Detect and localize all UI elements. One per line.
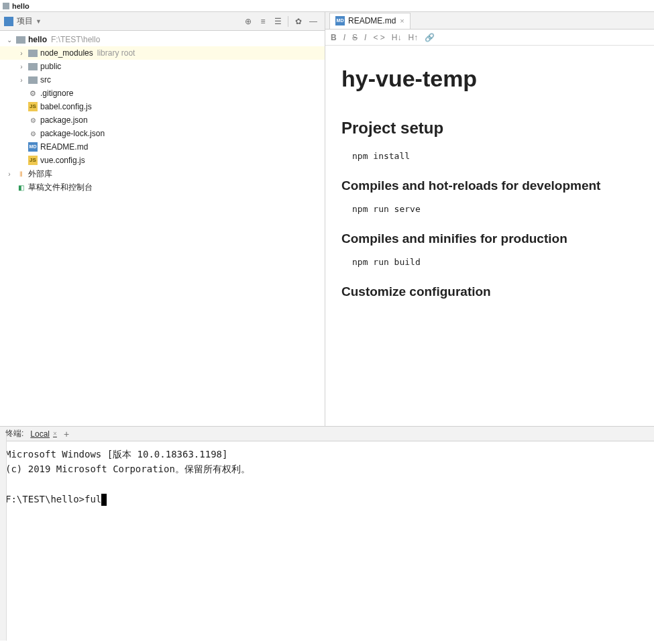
tree-item-readme[interactable]: · MD README.md: [0, 140, 325, 154]
preview-h3: Customize configuration: [341, 284, 638, 299]
heading-up-button[interactable]: H↑: [408, 33, 418, 42]
project-tab-icon: [3, 3, 9, 9]
js-file-icon: JS: [28, 156, 38, 165]
config-file-icon: ⚙: [28, 89, 38, 98]
folder-icon: [28, 50, 38, 57]
chevron-down-icon[interactable]: ▼: [36, 18, 42, 25]
terminal-header: 终端: Local × +: [0, 427, 654, 441]
preview-code: npm install: [341, 151, 638, 161]
main-split: 项目 ▼ ⊕ ≡ ☰ ✿ — ⌄ hello F:\TEST\hello › n…: [0, 12, 654, 427]
minimize-icon[interactable]: —: [307, 15, 319, 28]
scratch-icon: ◧: [15, 182, 26, 192]
folder-icon: [16, 36, 25, 44]
italic2-button[interactable]: I: [364, 33, 366, 42]
md-file-icon: MD: [28, 142, 38, 152]
editor-pane: MD README.md × B I S I < > H↓ H↑ 🔗 hy-vu…: [325, 12, 654, 426]
expand-icon[interactable]: ›: [5, 170, 13, 178]
expand-icon[interactable]: ›: [17, 50, 25, 57]
md-file-icon: MD: [335, 16, 345, 25]
editor-tab-label: README.md: [348, 16, 396, 25]
json-file-icon: ⚙: [28, 129, 38, 138]
close-icon[interactable]: ×: [53, 430, 57, 437]
folder-icon: [28, 76, 38, 84]
terminal-tab-local[interactable]: Local ×: [30, 429, 57, 439]
editor-tabs: MD README.md ×: [325, 12, 654, 30]
tree-label: package.json: [40, 115, 88, 125]
bold-button[interactable]: B: [331, 33, 337, 42]
tree-label: 草稿文件和控制台: [28, 182, 93, 193]
project-root-row[interactable]: ⌄ hello F:\TEST\hello: [0, 33, 325, 46]
tree-label: 外部库: [28, 168, 52, 180]
terminal-line: (c) 2019 Microsoft Corporation。保留所有权利。: [5, 464, 250, 474]
project-root-path: F:\TEST\hello: [51, 35, 100, 44]
terminal-cursor: [101, 494, 107, 506]
markdown-preview[interactable]: hy-vue-temp Project setup npm install Co…: [325, 46, 654, 426]
project-header-title[interactable]: 项目: [17, 15, 33, 27]
terminal-title: 终端:: [5, 428, 23, 439]
divider: [288, 16, 288, 27]
strike-button[interactable]: S: [352, 33, 358, 42]
tree-label: src: [40, 75, 51, 85]
close-icon[interactable]: ×: [400, 17, 404, 25]
gear-icon[interactable]: ✿: [292, 15, 305, 28]
project-tree[interactable]: ⌄ hello F:\TEST\hello › node_modules lib…: [0, 31, 325, 426]
tree-label: node_modules: [40, 48, 93, 58]
preview-h1: hy-vue-temp: [341, 66, 638, 92]
markdown-toolbar: B I S I < > H↓ H↑ 🔗: [325, 30, 654, 46]
folder-icon: [4, 17, 13, 26]
tree-label: public: [40, 62, 61, 71]
tree-item-gitignore[interactable]: · ⚙ .gitignore: [0, 87, 325, 100]
js-file-icon: JS: [28, 102, 38, 111]
tree-scratches[interactable]: · ◧ 草稿文件和控制台: [0, 180, 325, 194]
add-terminal-button[interactable]: +: [64, 429, 69, 439]
tree-item-package-lock[interactable]: · ⚙ package-lock.json: [0, 127, 325, 140]
preview-code: npm run serve: [341, 204, 638, 214]
tree-extra: library root: [97, 48, 135, 58]
project-pane: 项目 ▼ ⊕ ≡ ☰ ✿ — ⌄ hello F:\TEST\hello › n…: [0, 12, 325, 426]
tree-item-src[interactable]: › src: [0, 73, 325, 87]
tree-label: .gitignore: [40, 89, 73, 98]
tree-label: README.md: [40, 142, 88, 152]
collapse-all-icon[interactable]: ☰: [272, 15, 284, 28]
tree-item-node-modules[interactable]: › node_modules library root: [0, 46, 325, 60]
heading-down-button[interactable]: H↓: [392, 33, 402, 42]
project-header: 项目 ▼ ⊕ ≡ ☰ ✿ —: [0, 12, 325, 31]
terminal-body[interactable]: Microsoft Windows [版本 10.0.18363.1198] (…: [0, 441, 654, 641]
preview-h2: Project setup: [341, 119, 638, 138]
tree-item-babel-config[interactable]: · JS babel.config.js: [0, 100, 325, 113]
code-button[interactable]: < >: [373, 33, 384, 42]
expand-icon[interactable]: ⌄: [5, 36, 13, 44]
terminal-line: Microsoft Windows [版本 10.0.18363.1198]: [5, 449, 227, 460]
tree-item-package-json[interactable]: · ⚙ package.json: [0, 113, 325, 127]
tree-external-libraries[interactable]: › ⫴ 外部库: [0, 167, 325, 180]
terminal-gutter: [0, 433, 7, 641]
tree-label: vue.config.js: [40, 156, 85, 165]
library-icon: ⫴: [15, 169, 26, 178]
expand-icon[interactable]: ›: [17, 63, 25, 70]
project-root-name: hello: [28, 35, 47, 44]
expand-icon[interactable]: ›: [17, 76, 25, 84]
folder-icon: [28, 63, 38, 70]
project-tab-strip: hello: [0, 0, 654, 12]
preview-code: npm run build: [341, 257, 638, 267]
project-tab-label[interactable]: hello: [12, 2, 30, 10]
link-button[interactable]: 🔗: [425, 33, 435, 42]
locate-icon[interactable]: ⊕: [242, 15, 254, 28]
tree-item-public[interactable]: › public: [0, 60, 325, 73]
preview-h3: Compiles and minifies for production: [341, 231, 638, 246]
preview-h3: Compiles and hot-reloads for development: [341, 178, 638, 193]
tree-label: babel.config.js: [40, 102, 92, 111]
terminal-input: ful: [85, 494, 101, 504]
terminal-prompt: F:\TEST\hello>: [5, 494, 85, 504]
editor-tab-readme[interactable]: MD README.md ×: [329, 13, 411, 29]
italic-button[interactable]: I: [343, 33, 345, 42]
json-file-icon: ⚙: [28, 115, 38, 125]
tree-item-vue-config[interactable]: · JS vue.config.js: [0, 154, 325, 167]
tree-label: package-lock.json: [40, 129, 105, 138]
terminal-tab-label: Local: [30, 429, 50, 439]
expand-all-icon[interactable]: ≡: [257, 15, 269, 28]
